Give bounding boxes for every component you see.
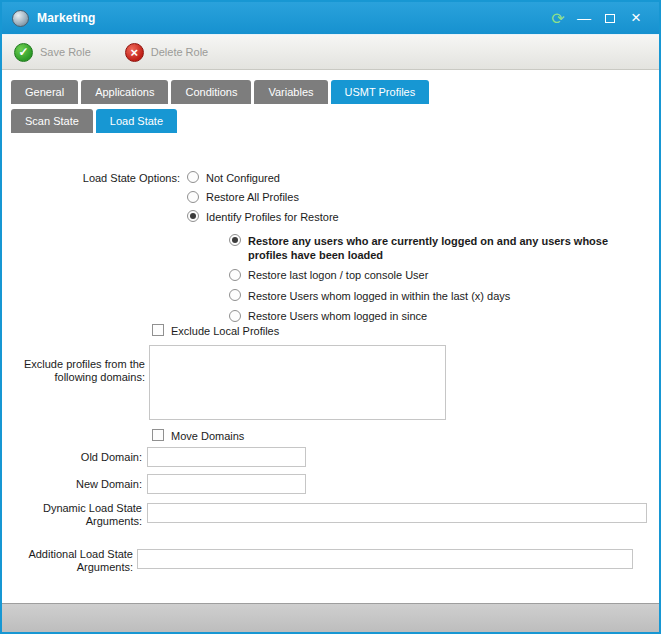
old-domain-input[interactable] — [147, 447, 306, 467]
app-window: Marketing ⟳ — × ✓ Save Role × Delete Rol… — [0, 0, 661, 634]
checkbox-label: Move Domains — [171, 428, 244, 443]
new-domain-input[interactable] — [147, 474, 306, 494]
delete-role-label: Delete Role — [151, 46, 208, 58]
toolbar: ✓ Save Role × Delete Role — [2, 34, 659, 70]
radio-restore-last-logon[interactable]: Restore last logon / top console User — [229, 268, 649, 283]
radio-icon — [229, 234, 241, 246]
tab-conditions[interactable]: Conditions — [171, 80, 251, 104]
load-state-options-group: Not Configured Restore All Profiles Iden… — [187, 170, 339, 224]
exclude-domains-textarea[interactable] — [149, 345, 446, 420]
window-footer — [2, 603, 659, 632]
tab-general[interactable]: General — [11, 80, 78, 104]
save-role-button[interactable]: ✓ Save Role — [14, 43, 91, 62]
radio-label: Restore Users whom logged in within the … — [248, 288, 510, 303]
radio-label: Restore All Profiles — [206, 190, 299, 205]
radio-restore-logged-in-since[interactable]: Restore Users whom logged in since — [229, 309, 649, 324]
checkbox-label: Exclude Local Profiles — [171, 323, 279, 338]
old-domain-label: Old Domain: — [2, 451, 142, 464]
secondary-tab-row: Scan State Load State — [2, 109, 659, 133]
minimize-icon[interactable]: — — [571, 7, 597, 29]
tab-applications[interactable]: Applications — [81, 80, 168, 104]
exclude-local-profiles-checkbox[interactable]: Exclude Local Profiles — [152, 323, 279, 338]
radio-label: Identify Profiles for Restore — [206, 209, 339, 224]
checkbox-icon — [152, 324, 164, 336]
additional-args-input[interactable] — [137, 549, 633, 569]
restore-options-group: Restore any users who are currently logg… — [229, 233, 649, 323]
radio-icon — [229, 310, 241, 322]
dynamic-args-label: Dynamic Load State Arguments: — [2, 502, 142, 528]
refresh-icon[interactable]: ⟳ — [545, 7, 571, 29]
tab-usmt-profiles[interactable]: USMT Profiles — [331, 80, 430, 104]
radio-label: Restore Users whom logged in since — [248, 309, 427, 324]
tab-variables[interactable]: Variables — [254, 80, 327, 104]
radio-icon — [187, 210, 199, 222]
exclude-domains-label: Exclude profiles from the following doma… — [2, 358, 145, 384]
save-role-label: Save Role — [40, 46, 91, 58]
radio-icon — [229, 289, 241, 301]
radio-restore-all-profiles[interactable]: Restore All Profiles — [187, 190, 339, 205]
app-icon — [12, 10, 29, 27]
delete-x-icon: × — [125, 43, 144, 62]
tab-load-state[interactable]: Load State — [96, 109, 177, 133]
window-title: Marketing — [37, 11, 95, 25]
dynamic-args-input[interactable] — [147, 503, 647, 523]
checkbox-icon — [152, 429, 164, 441]
radio-label: Restore any users who are currently logg… — [248, 233, 649, 262]
delete-role-button[interactable]: × Delete Role — [125, 43, 208, 62]
radio-label: Restore last logon / top console User — [248, 268, 428, 283]
radio-not-configured[interactable]: Not Configured — [187, 170, 339, 185]
radio-icon — [229, 269, 241, 281]
load-state-options-label: Load State Options: — [2, 172, 180, 185]
move-domains-checkbox[interactable]: Move Domains — [152, 428, 244, 443]
primary-tab-row: General Applications Conditions Variable… — [2, 80, 659, 104]
additional-args-label: Additional Load State Arguments: — [2, 548, 133, 574]
radio-restore-logged-on-users[interactable]: Restore any users who are currently logg… — [229, 233, 649, 262]
radio-icon — [187, 191, 199, 203]
tab-scan-state[interactable]: Scan State — [11, 109, 93, 133]
close-icon[interactable]: × — [623, 7, 649, 29]
radio-identify-profiles[interactable]: Identify Profiles for Restore — [187, 209, 339, 224]
radio-restore-last-x-days[interactable]: Restore Users whom logged in within the … — [229, 288, 649, 303]
titlebar: Marketing ⟳ — × — [2, 2, 659, 34]
new-domain-label: New Domain: — [2, 478, 142, 491]
maximize-icon[interactable] — [597, 7, 623, 29]
radio-label: Not Configured — [206, 170, 280, 185]
save-check-icon: ✓ — [14, 43, 33, 62]
radio-icon — [187, 171, 199, 183]
